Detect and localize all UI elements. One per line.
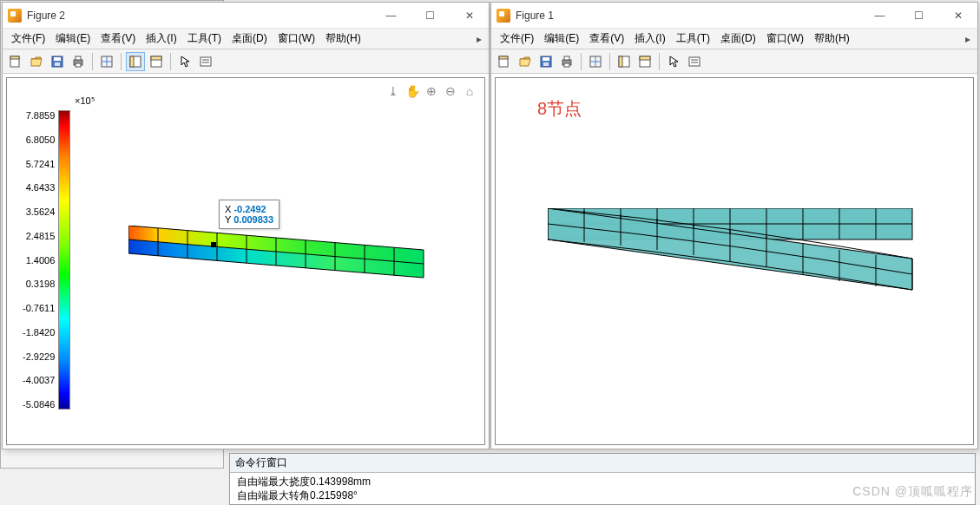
- toolbar-sep: [581, 53, 582, 70]
- colorbar-ticklabels: 7.8859 6.8050 5.7241 4.6433 3.5624 2.481…: [23, 110, 55, 410]
- svg-rect-41: [564, 63, 569, 67]
- figure-1-title: Figure 1: [516, 10, 554, 22]
- mesh-plot: [548, 208, 930, 312]
- svg-rect-49: [689, 57, 700, 66]
- link-plot-button[interactable]: [586, 52, 605, 71]
- maximize-button[interactable]: ☐: [899, 3, 938, 29]
- figure-1-menubar: 文件(F) 编辑(E) 查看(V) 插入(I) 工具(T) 桌面(D) 窗口(W…: [491, 29, 977, 49]
- figure-1-window: Figure 1 — ☐ ✕ 文件(F) 编辑(E) 查看(V) 插入(I) 工…: [490, 2, 978, 449]
- minimize-button[interactable]: —: [372, 3, 411, 29]
- svg-rect-4: [55, 62, 60, 66]
- axes-toolbar: ⤓ ✋ ⊕ ⊖ ⌂: [385, 83, 477, 99]
- print-button[interactable]: [69, 52, 88, 71]
- minimize-button[interactable]: —: [860, 3, 899, 29]
- pointer-button[interactable]: [175, 52, 194, 71]
- figure-2-toolbar: [3, 49, 489, 74]
- watermark: CSDN @顶呱呱程序: [852, 484, 973, 500]
- dock-button-1[interactable]: [126, 52, 145, 71]
- figure-1-titlebar[interactable]: Figure 1 — ☐ ✕: [491, 3, 977, 29]
- datatip-marker: [211, 242, 216, 247]
- figure-2-window: Figure 2 — ☐ ✕ 文件(F) 编辑(E) 查看(V) 插入(I) 工…: [2, 2, 490, 449]
- svg-rect-37: [543, 57, 549, 61]
- save-button[interactable]: [48, 52, 67, 71]
- colorbar: ×10⁵ 7.8859 6.8050 5.7241 4.6433 3.5624 …: [23, 95, 95, 410]
- new-figure-button[interactable]: [6, 52, 25, 71]
- matlab-figure-icon: [8, 9, 22, 23]
- dock-button-2[interactable]: [635, 52, 654, 71]
- zoom-in-icon[interactable]: ⊕: [424, 83, 439, 99]
- insert-legend-button[interactable]: [196, 52, 215, 71]
- print-button[interactable]: [557, 52, 576, 71]
- home-icon[interactable]: ⌂: [462, 83, 477, 99]
- svg-rect-15: [201, 57, 211, 66]
- menu-file[interactable]: 文件(F): [6, 30, 50, 48]
- link-plot-button[interactable]: [97, 52, 116, 71]
- figure-2-titlebar[interactable]: Figure 2 — ☐ ✕: [3, 3, 489, 29]
- annotation-8node: 8节点: [537, 97, 582, 121]
- svg-rect-35: [499, 56, 508, 59]
- pan-icon[interactable]: ✋: [404, 83, 420, 99]
- svg-rect-14: [151, 56, 161, 60]
- datatip[interactable]: X -0.2492 Y 0.009833: [219, 200, 280, 229]
- svg-rect-6: [76, 56, 81, 60]
- menu-tools[interactable]: 工具(T): [671, 30, 715, 48]
- toolbar-sep: [659, 53, 660, 70]
- figure-2-axes[interactable]: ⤓ ✋ ⊕ ⊖ ⌂ ×10⁵ 7.8859 6.8050 5.7241 4.64…: [6, 77, 485, 445]
- colorbar-exponent: ×10⁵: [75, 95, 95, 107]
- svg-rect-12: [130, 56, 134, 67]
- figure-1-axes[interactable]: 8节点: [495, 77, 974, 445]
- export-icon[interactable]: ⤓: [385, 83, 401, 99]
- svg-rect-7: [76, 63, 81, 67]
- figure-2-menubar: 文件(F) 编辑(E) 查看(V) 插入(I) 工具(T) 桌面(D) 窗口(W…: [3, 29, 489, 49]
- svg-rect-48: [640, 56, 650, 60]
- matlab-figure-icon: [497, 9, 510, 23]
- menubar-overflow-icon[interactable]: ▸: [962, 33, 974, 45]
- svg-rect-1: [10, 56, 19, 59]
- menu-view[interactable]: 查看(V): [95, 30, 141, 48]
- dock-button-1[interactable]: [615, 52, 634, 71]
- menu-edit[interactable]: 编辑(E): [50, 30, 95, 48]
- menu-file[interactable]: 文件(F): [495, 30, 539, 48]
- insert-legend-button[interactable]: [685, 52, 704, 71]
- svg-rect-3: [54, 57, 61, 61]
- figure-2-title: Figure 2: [27, 10, 65, 22]
- menu-help[interactable]: 帮助(H): [809, 30, 855, 48]
- menu-insert[interactable]: 插入(I): [629, 30, 670, 48]
- menu-help[interactable]: 帮助(H): [320, 30, 366, 48]
- menu-insert[interactable]: 插入(I): [141, 30, 181, 48]
- toolbar-sep: [92, 53, 93, 70]
- close-button[interactable]: ✕: [450, 3, 489, 29]
- maximize-button[interactable]: ☐: [411, 3, 450, 29]
- menu-view[interactable]: 查看(V): [584, 30, 629, 48]
- svg-rect-46: [619, 56, 622, 67]
- toolbar-sep: [609, 53, 610, 70]
- menu-window[interactable]: 窗口(W): [273, 30, 320, 48]
- menu-window[interactable]: 窗口(W): [761, 30, 809, 48]
- stress-mesh-plot: [128, 226, 432, 286]
- toolbar-sep: [121, 53, 122, 70]
- menu-edit[interactable]: 编辑(E): [539, 30, 584, 48]
- menu-tools[interactable]: 工具(T): [182, 30, 227, 48]
- svg-rect-38: [543, 62, 549, 66]
- menubar-overflow-icon[interactable]: ▸: [473, 33, 485, 45]
- svg-rect-40: [564, 56, 569, 60]
- command-window-title[interactable]: 命令行窗口: [230, 454, 975, 473]
- new-figure-button[interactable]: [495, 52, 514, 71]
- figure-1-toolbar: [491, 49, 977, 74]
- pointer-button[interactable]: [664, 52, 683, 71]
- menu-desktop[interactable]: 桌面(D): [715, 30, 761, 48]
- save-button[interactable]: [536, 52, 556, 71]
- toolbar-sep: [170, 53, 171, 70]
- close-button[interactable]: ✕: [938, 3, 977, 29]
- menu-desktop[interactable]: 桌面(D): [227, 30, 273, 48]
- colorbar-gradient: [58, 110, 70, 410]
- zoom-out-icon[interactable]: ⊖: [443, 83, 458, 99]
- open-button[interactable]: [516, 52, 535, 71]
- open-button[interactable]: [27, 52, 46, 71]
- dock-button-2[interactable]: [147, 52, 166, 71]
